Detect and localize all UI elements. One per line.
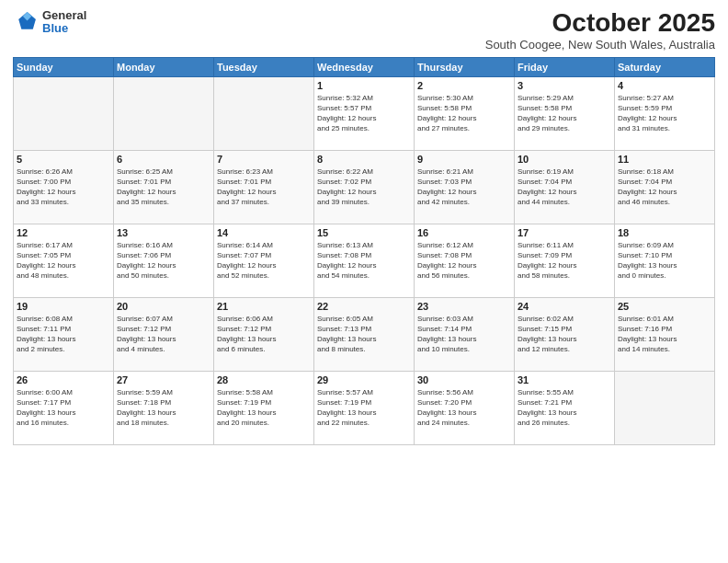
calendar-cell: 17Sunrise: 6:11 AM Sunset: 7:09 PM Dayli… <box>515 224 615 297</box>
calendar-cell: 21Sunrise: 6:06 AM Sunset: 7:12 PM Dayli… <box>214 297 314 371</box>
day-info: Sunrise: 6:03 AM Sunset: 7:14 PM Dayligh… <box>417 314 511 355</box>
calendar-cell: 16Sunrise: 6:12 AM Sunset: 7:08 PM Dayli… <box>415 224 515 297</box>
col-thursday: Thursday <box>415 57 515 76</box>
day-number: 13 <box>117 227 210 238</box>
day-number: 25 <box>618 301 711 312</box>
day-number: 19 <box>17 301 110 312</box>
col-friday: Friday <box>515 57 615 76</box>
calendar-cell: 22Sunrise: 6:05 AM Sunset: 7:13 PM Dayli… <box>314 297 415 371</box>
calendar-table: Sunday Monday Tuesday Wednesday Thursday… <box>13 57 715 445</box>
day-info: Sunrise: 5:57 AM Sunset: 7:19 PM Dayligh… <box>317 387 411 429</box>
day-info: Sunrise: 6:14 AM Sunset: 7:07 PM Dayligh… <box>217 240 311 282</box>
day-number: 26 <box>17 374 110 385</box>
day-number: 17 <box>518 227 611 238</box>
calendar-cell: 5Sunrise: 6:26 AM Sunset: 7:00 PM Daylig… <box>14 150 114 224</box>
calendar-cell: 28Sunrise: 5:58 AM Sunset: 7:19 PM Dayli… <box>214 371 314 444</box>
day-number: 2 <box>417 80 511 91</box>
calendar-cell: 10Sunrise: 6:19 AM Sunset: 7:04 PM Dayli… <box>515 150 615 224</box>
calendar-cell: 8Sunrise: 6:22 AM Sunset: 7:02 PM Daylig… <box>314 150 415 224</box>
calendar-cell: 26Sunrise: 6:00 AM Sunset: 7:17 PM Dayli… <box>14 371 114 444</box>
logo: General Blue <box>13 9 86 36</box>
day-info: Sunrise: 6:06 AM Sunset: 7:12 PM Dayligh… <box>217 314 311 355</box>
day-info: Sunrise: 6:23 AM Sunset: 7:01 PM Dayligh… <box>217 167 311 208</box>
calendar-cell: 23Sunrise: 6:03 AM Sunset: 7:14 PM Dayli… <box>415 297 515 371</box>
day-info: Sunrise: 6:02 AM Sunset: 7:15 PM Dayligh… <box>518 314 611 355</box>
calendar-week-row-2: 12Sunrise: 6:17 AM Sunset: 7:05 PM Dayli… <box>14 224 715 297</box>
calendar-cell: 18Sunrise: 6:09 AM Sunset: 7:10 PM Dayli… <box>615 224 715 297</box>
calendar-week-row-4: 26Sunrise: 6:00 AM Sunset: 7:17 PM Dayli… <box>14 371 715 444</box>
day-info: Sunrise: 6:09 AM Sunset: 7:10 PM Dayligh… <box>618 240 711 282</box>
calendar-cell: 9Sunrise: 6:21 AM Sunset: 7:03 PM Daylig… <box>415 150 515 224</box>
day-info: Sunrise: 6:22 AM Sunset: 7:02 PM Dayligh… <box>317 167 411 208</box>
location-subtitle: South Coogee, New South Wales, Australia <box>485 38 715 52</box>
calendar-cell: 4Sunrise: 5:27 AM Sunset: 5:59 PM Daylig… <box>615 76 715 150</box>
day-info: Sunrise: 5:30 AM Sunset: 5:58 PM Dayligh… <box>417 93 511 134</box>
day-info: Sunrise: 6:13 AM Sunset: 7:08 PM Dayligh… <box>317 240 411 282</box>
calendar-cell <box>214 76 314 150</box>
calendar-cell <box>114 76 214 150</box>
calendar-cell: 24Sunrise: 6:02 AM Sunset: 7:15 PM Dayli… <box>515 297 615 371</box>
calendar-week-row-0: 1Sunrise: 5:32 AM Sunset: 5:57 PM Daylig… <box>14 76 715 150</box>
calendar-cell: 1Sunrise: 5:32 AM Sunset: 5:57 PM Daylig… <box>314 76 415 150</box>
day-number: 9 <box>417 154 511 165</box>
day-number: 1 <box>317 80 411 91</box>
day-number: 24 <box>518 301 611 312</box>
calendar-cell <box>615 371 715 444</box>
day-number: 12 <box>17 227 110 238</box>
col-saturday: Saturday <box>615 57 715 76</box>
day-info: Sunrise: 5:55 AM Sunset: 7:21 PM Dayligh… <box>518 387 611 429</box>
page: General Blue October 2025 South Coogee, … <box>0 0 728 563</box>
col-tuesday: Tuesday <box>214 57 314 76</box>
day-number: 4 <box>618 80 711 91</box>
day-number: 30 <box>417 374 511 385</box>
day-info: Sunrise: 6:07 AM Sunset: 7:12 PM Dayligh… <box>117 314 210 355</box>
calendar-header-row: Sunday Monday Tuesday Wednesday Thursday… <box>14 57 715 76</box>
calendar-week-row-3: 19Sunrise: 6:08 AM Sunset: 7:11 PM Dayli… <box>14 297 715 371</box>
col-sunday: Sunday <box>14 57 114 76</box>
day-info: Sunrise: 5:58 AM Sunset: 7:19 PM Dayligh… <box>217 387 311 429</box>
day-number: 15 <box>317 227 411 238</box>
day-info: Sunrise: 5:29 AM Sunset: 5:58 PM Dayligh… <box>518 93 611 134</box>
calendar-cell: 11Sunrise: 6:18 AM Sunset: 7:04 PM Dayli… <box>615 150 715 224</box>
day-info: Sunrise: 6:18 AM Sunset: 7:04 PM Dayligh… <box>618 167 711 208</box>
day-number: 16 <box>417 227 511 238</box>
header: General Blue October 2025 South Coogee, … <box>13 9 715 52</box>
day-number: 10 <box>518 154 611 165</box>
day-number: 8 <box>317 154 411 165</box>
day-number: 22 <box>317 301 411 312</box>
day-number: 28 <box>217 374 311 385</box>
day-info: Sunrise: 6:11 AM Sunset: 7:09 PM Dayligh… <box>518 240 611 282</box>
calendar-cell: 13Sunrise: 6:16 AM Sunset: 7:06 PM Dayli… <box>114 224 214 297</box>
title-block: October 2025 South Coogee, New South Wal… <box>485 9 715 52</box>
day-number: 29 <box>317 374 411 385</box>
day-number: 20 <box>117 301 210 312</box>
calendar-cell: 25Sunrise: 6:01 AM Sunset: 7:16 PM Dayli… <box>615 297 715 371</box>
calendar-cell: 12Sunrise: 6:17 AM Sunset: 7:05 PM Dayli… <box>14 224 114 297</box>
calendar-cell: 19Sunrise: 6:08 AM Sunset: 7:11 PM Dayli… <box>14 297 114 371</box>
col-wednesday: Wednesday <box>314 57 415 76</box>
day-info: Sunrise: 5:32 AM Sunset: 5:57 PM Dayligh… <box>317 93 411 134</box>
calendar-cell: 14Sunrise: 6:14 AM Sunset: 7:07 PM Dayli… <box>214 224 314 297</box>
day-number: 3 <box>518 80 611 91</box>
day-info: Sunrise: 6:01 AM Sunset: 7:16 PM Dayligh… <box>618 314 711 355</box>
calendar-cell: 7Sunrise: 6:23 AM Sunset: 7:01 PM Daylig… <box>214 150 314 224</box>
day-number: 14 <box>217 227 311 238</box>
calendar-cell: 6Sunrise: 6:25 AM Sunset: 7:01 PM Daylig… <box>114 150 214 224</box>
day-info: Sunrise: 6:26 AM Sunset: 7:00 PM Dayligh… <box>17 167 110 208</box>
calendar-cell: 31Sunrise: 5:55 AM Sunset: 7:21 PM Dayli… <box>515 371 615 444</box>
day-number: 5 <box>17 154 110 165</box>
day-number: 31 <box>518 374 611 385</box>
day-info: Sunrise: 6:00 AM Sunset: 7:17 PM Dayligh… <box>17 387 110 429</box>
calendar-cell <box>14 76 114 150</box>
day-number: 27 <box>117 374 210 385</box>
calendar-cell: 15Sunrise: 6:13 AM Sunset: 7:08 PM Dayli… <box>314 224 415 297</box>
day-info: Sunrise: 6:08 AM Sunset: 7:11 PM Dayligh… <box>17 314 110 355</box>
calendar-cell: 29Sunrise: 5:57 AM Sunset: 7:19 PM Dayli… <box>314 371 415 444</box>
day-info: Sunrise: 6:12 AM Sunset: 7:08 PM Dayligh… <box>417 240 511 282</box>
calendar-week-row-1: 5Sunrise: 6:26 AM Sunset: 7:00 PM Daylig… <box>14 150 715 224</box>
calendar-cell: 30Sunrise: 5:56 AM Sunset: 7:20 PM Dayli… <box>415 371 515 444</box>
day-number: 6 <box>117 154 210 165</box>
month-title: October 2025 <box>485 9 715 38</box>
calendar-cell: 20Sunrise: 6:07 AM Sunset: 7:12 PM Dayli… <box>114 297 214 371</box>
day-number: 21 <box>217 301 311 312</box>
